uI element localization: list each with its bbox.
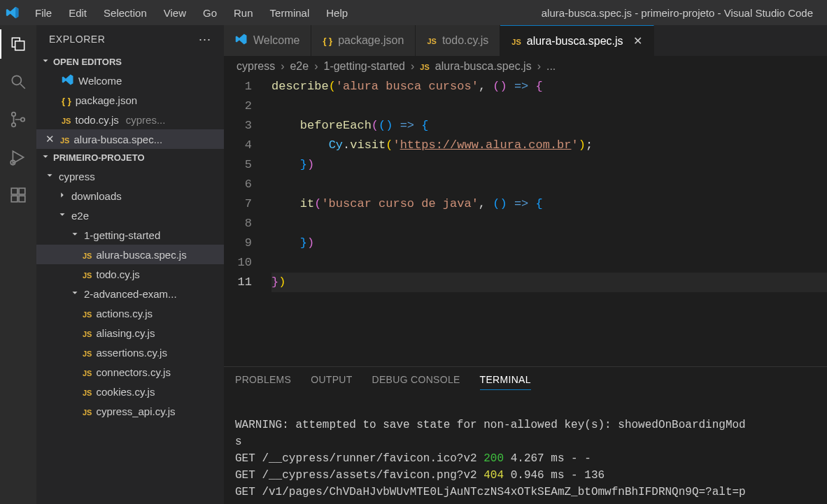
item-label: alura-busca.spec.js (96, 249, 186, 261)
line-number[interactable]: 6 (224, 175, 252, 194)
menu-terminal[interactable]: Terminal (263, 4, 317, 22)
activity-bar (0, 25, 36, 504)
menu-go[interactable]: Go (196, 4, 224, 22)
folder-item[interactable]: e2e (36, 206, 224, 225)
project-section[interactable]: PRIMEIRO-PROJETO (36, 149, 224, 166)
line-number[interactable]: 9 (224, 233, 252, 253)
activity-extensions-icon[interactable] (8, 185, 29, 206)
breadcrumb-segment[interactable]: alura-busca.spec.js (435, 60, 532, 73)
file-item[interactable]: JSaliasing.cy.js (36, 323, 224, 343)
folder-item[interactable]: 1-getting-started (36, 225, 224, 245)
svg-rect-6 (11, 196, 17, 202)
file-icon: JS (420, 60, 429, 73)
code-line[interactable] (271, 175, 827, 194)
open-editor-item[interactable]: ✕JSalura-busca.spec... (36, 129, 224, 149)
file-icon: JS (83, 327, 92, 339)
line-number[interactable]: 8 (224, 214, 252, 233)
menu-view[interactable]: View (157, 4, 193, 22)
open-editors-list: Welcome{ }package.jsonJStodo.cy.jscypres… (36, 71, 224, 149)
folder-item[interactable]: downloads (36, 186, 224, 206)
panel-tab-output[interactable]: OUTPUT (311, 374, 352, 390)
code-line[interactable]: it('buscar curso de java', () => { (271, 194, 827, 214)
line-number[interactable]: 11 (224, 273, 252, 292)
code-line[interactable] (271, 96, 827, 116)
close-icon[interactable]: ✕ (43, 133, 56, 145)
menu-help[interactable]: Help (319, 4, 355, 22)
activity-search-icon[interactable] (8, 71, 29, 92)
line-number[interactable]: 2 (224, 96, 252, 116)
code-line[interactable]: Cy.visit('https://www.alura.com.br'); (271, 136, 827, 155)
menu-run[interactable]: Run (227, 4, 260, 22)
editor-tab[interactable]: JStodo.cy.js (416, 25, 500, 56)
file-item[interactable]: JScookies.cy.js (36, 382, 224, 401)
file-icon: JS (83, 308, 92, 319)
svg-point-2 (12, 123, 15, 127)
file-icon (62, 73, 74, 88)
code-content[interactable]: describe('alura busca cursos', () => { b… (269, 77, 827, 366)
menu-file[interactable]: File (28, 4, 59, 22)
line-number[interactable]: 10 (224, 253, 252, 273)
open-editors-section[interactable]: OPEN EDITORS (36, 53, 224, 71)
close-icon[interactable]: ✕ (633, 34, 642, 48)
panel-tab-debug-console[interactable]: DEBUG CONSOLE (372, 374, 460, 390)
editor-tab[interactable]: Welcome (224, 25, 311, 56)
file-icon: JS (60, 134, 69, 145)
terminal-output[interactable]: WARNING: attempted to save state for non… (224, 396, 827, 504)
explorer-more-icon[interactable]: ··· (199, 32, 211, 47)
terminal-line: s (235, 435, 242, 448)
open-editor-item[interactable]: Welcome (36, 71, 224, 90)
code-line[interactable]: }) (271, 273, 827, 292)
line-number[interactable]: 3 (224, 116, 252, 136)
line-number[interactable]: 7 (224, 194, 252, 214)
open-editor-item[interactable]: { }package.json (36, 90, 224, 110)
code-line[interactable] (271, 253, 827, 273)
code-line[interactable]: }) (271, 155, 827, 175)
file-icon (235, 33, 248, 48)
activity-explorer-icon[interactable] (8, 34, 29, 55)
code-editor[interactable]: 1234567891011 describe('alura busca curs… (224, 77, 827, 366)
breadcrumb-segment[interactable]: 1-getting-started (323, 60, 405, 73)
file-tree: cypressdownloadse2e1-getting-startedJSal… (36, 166, 224, 421)
folder-item[interactable]: cypress (36, 166, 224, 186)
panel-tab-terminal[interactable]: TERMINAL (480, 374, 531, 390)
open-editor-item[interactable]: JStodo.cy.jscypres... (36, 110, 224, 129)
svg-rect-7 (19, 196, 25, 202)
code-line[interactable] (271, 214, 827, 233)
folder-item[interactable]: 2-advanced-exam... (36, 284, 224, 303)
editor-tab[interactable]: JSalura-busca.spec.js✕ (500, 25, 653, 56)
menu-edit[interactable]: Edit (62, 4, 94, 22)
editor-tab[interactable]: { }package.json (311, 25, 416, 56)
line-number[interactable]: 1 (224, 77, 252, 96)
breadcrumb-segment[interactable]: ... (546, 60, 556, 73)
item-label: 2-advanced-exam... (84, 288, 177, 300)
file-item[interactable]: JSalura-busca.spec.js (36, 245, 224, 264)
project-label: PRIMEIRO-PROJETO (53, 152, 145, 163)
activity-source-control-icon[interactable] (8, 109, 29, 130)
terminal-line: WARNING: attempted to save state for non… (235, 419, 746, 431)
file-icon: { } (323, 34, 332, 47)
activity-debug-icon[interactable] (8, 147, 29, 168)
line-number[interactable]: 4 (224, 136, 252, 155)
menu-selection[interactable]: Selection (97, 4, 154, 22)
breadcrumb-segment[interactable]: e2e (290, 60, 309, 73)
code-line[interactable]: beforeEach(() => { (271, 116, 827, 136)
file-item[interactable]: JSconnectors.cy.js (36, 362, 224, 382)
breadcrumbs[interactable]: cypress›e2e›1-getting-started›JSalura-bu… (224, 56, 827, 77)
svg-point-1 (12, 113, 15, 116)
panel-tabs: PROBLEMSOUTPUTDEBUG CONSOLETERMINAL (224, 367, 827, 396)
file-item[interactable]: JSassertions.cy.js (36, 343, 224, 362)
file-item[interactable]: JScypress_api.cy.js (36, 401, 224, 421)
code-line[interactable]: describe('alura busca cursos', () => { (271, 77, 827, 96)
editor-area: Welcome{ }package.jsonJStodo.cy.jsJSalur… (224, 25, 827, 504)
code-line[interactable]: }) (271, 233, 827, 253)
chevron-right-icon (57, 190, 67, 202)
line-number[interactable]: 5 (224, 155, 252, 175)
breadcrumb-segment[interactable]: cypress (236, 60, 275, 73)
file-item[interactable]: JSactions.cy.js (36, 303, 224, 323)
bottom-panel: PROBLEMSOUTPUTDEBUG CONSOLETERMINAL WARN… (224, 366, 827, 504)
file-label: alura-busca.spec... (73, 134, 162, 145)
file-item[interactable]: JStodo.cy.js (36, 264, 224, 284)
menu-bar: File Edit Selection View Go Run Terminal… (28, 4, 355, 22)
panel-tab-problems[interactable]: PROBLEMS (235, 374, 291, 390)
window-title: alura-busca.spec.js - primeiro-projeto -… (355, 7, 821, 19)
